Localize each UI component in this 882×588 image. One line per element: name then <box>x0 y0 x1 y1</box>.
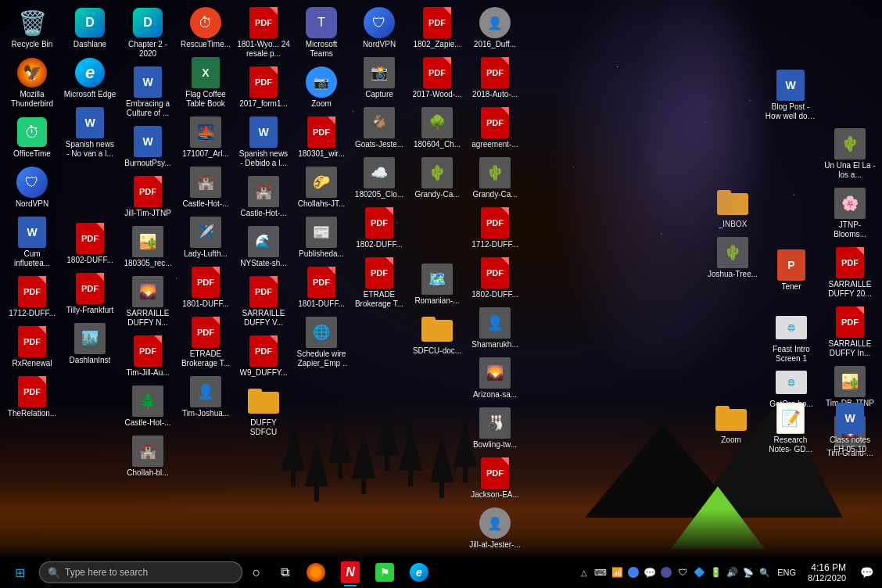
taskbar-search[interactable]: 🔍 Type here to search <box>39 561 242 583</box>
icon-agreement[interactable]: PDF agreement-... <box>467 104 523 152</box>
icon-tener[interactable]: P Tener <box>763 246 819 295</box>
icon-jtnp-blooms[interactable]: 🌸 JTNP-Blooms... <box>822 185 878 242</box>
tray-vpn1[interactable] <box>626 557 640 588</box>
icon-grandy-ca1[interactable]: 🌵 Grandy-Ca... <box>409 154 465 203</box>
icon-rescuetime[interactable]: ⏱ RescueTime... <box>177 4 234 52</box>
tray-volume[interactable]: 🔊 <box>725 557 739 588</box>
icon-1802-duff1[interactable]: PDF Tilly-Frankfurt <box>62 270 118 318</box>
icon-180205-clo[interactable]: ☁️ 180205_Clo... <box>351 154 407 203</box>
icon-tim-jill-au[interactable]: 🌲 Castle-Hot-... <box>120 382 176 431</box>
icon-microsoft-teams[interactable]: T Microsoft Teams <box>293 4 350 62</box>
icon-schedule-wire[interactable]: 🌐 Schedule wire Zapier_Emp - chase.com <box>293 314 350 371</box>
icon-romanian[interactable]: 🗺️ Romanian-... <box>409 260 465 309</box>
icon-microsoft-edge[interactable]: e Microsoft Edge <box>62 54 118 102</box>
icon-castle-hot2[interactable]: 🏰 Castle-Hot-... <box>177 163 234 212</box>
tray-skype[interactable]: 💬 <box>643 557 657 588</box>
icon-feast-intro[interactable]: 🌐 Feast Intro Screen 1 <box>763 309 819 367</box>
icon-officetime[interactable]: ⏱ OfficeTime <box>4 113 60 162</box>
icon-cum-influent[interactable]: W Cum influetea... <box>4 213 60 271</box>
icon-jill-at-jester[interactable]: 👤 Jill-at-Jester-... <box>467 504 523 553</box>
icon-bowling-tw[interactable]: 🎳 Bowling-tw... <box>467 404 523 453</box>
icon-mozilla-thunderbird[interactable]: 🦅 Mozilla Thunderbird <box>4 54 60 112</box>
notification-button[interactable]: 💬 <box>855 557 878 588</box>
taskbar-app-firefox[interactable] <box>299 557 333 588</box>
icon-sarraille-duffy-v[interactable]: PDF SARRAILLE DUFFY V... <box>235 273 292 331</box>
icon-2016-duff[interactable]: 👤 2016_Duff... <box>467 4 523 52</box>
icon-1801-duff4[interactable]: PDF 1801-DUFF... <box>293 264 350 312</box>
icon-180305-rec[interactable]: 🌄 SARRAILLE DUFFY N... <box>120 273 176 331</box>
icon-chapter2[interactable]: W Embracing a Culture of ... <box>120 63 176 121</box>
tray-search-icon[interactable]: 🔍 <box>758 557 772 588</box>
icon-180604-ch[interactable]: 🌳 180604_Ch... <box>409 104 465 152</box>
icon-dashlaneinst[interactable]: D Chapter 2 - 2020 <box>120 4 176 62</box>
icon-blog-post[interactable]: W Blog Post - How well does Dueling W... <box>762 66 819 124</box>
icon-spanish-news1[interactable]: W Spanish news - No van a l... <box>62 104 118 162</box>
icon-1712-duff[interactable]: PDF 1712-DUFF... <box>4 273 60 321</box>
taskbar-app-netflix[interactable]: N <box>333 557 368 588</box>
icon-1801-duff2[interactable]: PDF 1802-DUFF... <box>62 220 118 268</box>
icon-1802-duff2[interactable]: PDF 1802-DUFF... <box>351 204 407 253</box>
start-button[interactable]: ⊞ <box>0 557 39 588</box>
tray-language[interactable]: ENG <box>774 557 799 588</box>
tray-keyboard[interactable]: ⌨ <box>593 557 608 588</box>
icon-rxrenewal[interactable]: PDF RxRenewal <box>4 323 60 371</box>
icon-zoom2[interactable]: Zoom <box>703 400 759 457</box>
icon-etrade-brokerage2[interactable]: PDF ETRADE Brokerage T... <box>351 254 407 312</box>
icon-recycle-bin[interactable]: 🗑️ Recycle Bin <box>4 4 60 52</box>
icon-castle-hot3[interactable]: 🏰 Castle-Hot-... <box>235 173 292 221</box>
tray-battery[interactable]: 🔋 <box>708 557 722 588</box>
task-view-button[interactable]: ⧉ <box>271 557 299 588</box>
icon-2017-form1[interactable]: PDF 2017_form1... <box>235 63 292 112</box>
icon-therelation[interactable]: PDF TheRelation... <box>4 373 60 421</box>
icon-jill-tim-jtnp[interactable]: 🏜️ 180305_rec... <box>120 223 176 271</box>
icon-1801-duff3[interactable]: PDF 1801-DUFF... <box>177 264 234 312</box>
icon-tilly-frankfurt[interactable]: 🏙️ DashlanInst <box>62 320 118 368</box>
icon-zoom1[interactable]: 📷 Zoom <box>293 63 350 112</box>
icon-capture[interactable]: 📸 Capture <box>351 54 407 102</box>
icon-class-notes[interactable]: W Class notes FH-05-10 <box>822 400 878 457</box>
icon-arizona-sa[interactable]: 🌄 Arizona-sa... <box>467 354 523 403</box>
icon-sdfcu-doc[interactable]: SDFCU-doc... <box>409 310 465 359</box>
taskbar-app-flag[interactable]: ⚑ <box>368 557 402 588</box>
icon-shamarukh[interactable]: 👤 Shamarukh... <box>467 304 523 353</box>
icon-nordvpn2[interactable]: 🛡 NordVPN <box>351 4 407 52</box>
icon-nordvpn[interactable]: 🛡 NordVPN <box>4 163 60 212</box>
icon-research-notes[interactable]: 📝 Research Notes- GD... <box>762 400 819 457</box>
icon-spanish-news2[interactable]: W Spanish news - Debido a l... <box>235 113 292 171</box>
icon-nystate-sh[interactable]: 🌊 NYState-sh... <box>235 223 292 271</box>
icon-flag-coffee[interactable]: X Flag Coffee Table Book <box>177 54 234 112</box>
icon-publisheda[interactable]: 📰 Publisheda... <box>293 213 350 262</box>
icon-chollahs-jt[interactable]: 🌮 Chollahs-JT... <box>293 163 350 212</box>
tray-bluetooth[interactable]: 🔷 <box>692 557 706 588</box>
tray-wifi[interactable]: 📡 <box>741 557 755 588</box>
icon-castle-hot1[interactable]: 🏰 Chollah-bl... <box>120 432 176 481</box>
icon-180301-wir[interactable]: PDF 180301_wir... <box>293 113 350 162</box>
icon-2018-auto[interactable]: PDF 2018-Auto-... <box>467 54 523 102</box>
tray-vpn2[interactable] <box>659 557 673 588</box>
taskbar-app-edge[interactable]: e <box>402 557 436 588</box>
icon-grandy-ca2[interactable]: 🌵 Grandy-Ca... <box>467 154 523 203</box>
icon-embracing[interactable]: W BurnoutPsy... <box>120 123 176 171</box>
icon-etrade-brokerage1[interactable]: PDF ETRADE Brokerage T... <box>177 314 234 371</box>
icon-sarraille-20[interactable]: PDF SARRAILLE DUFFY 20... <box>822 244 878 302</box>
icon-burnoutpsy[interactable]: PDF Jill-Tim-JTNP <box>120 173 176 221</box>
icon-inbox[interactable]: _INBOX <box>705 184 761 232</box>
icon-tim-joshua[interactable]: 👤 Tim-Joshua... <box>177 373 234 421</box>
icon-jackson-ea[interactable]: PDF Jackson-EA... <box>467 454 523 503</box>
tray-clock[interactable]: 4:16 PM 8/12/2020 <box>801 557 852 588</box>
icon-goats-jeste[interactable]: 🐐 Goats-Jeste... <box>351 104 407 152</box>
icon-sarraille-in[interactable]: PDF SARRAILLE DUFFY In... <box>822 303 878 361</box>
icon-171007-arl[interactable]: 🌉 171007_Arl... <box>177 113 234 162</box>
tray-network[interactable]: 📶 <box>610 557 624 588</box>
icon-duffy-sdfcu[interactable]: DUFFY SDFCU <box>235 382 292 440</box>
icon-1802-duff3[interactable]: PDF 1802-DUFF... <box>467 254 523 303</box>
tray-security[interactable]: 🛡 <box>676 557 690 588</box>
icon-un-una-ella[interactable]: 🌵 Un Una El La - los a... <box>822 125 878 183</box>
icon-lady-lufth[interactable]: ✈️ Lady-Lufth... <box>177 213 234 262</box>
icon-sarraille-duffy-n[interactable]: PDF Tim-Jill-Au... <box>120 332 176 381</box>
icon-1801-wyo[interactable]: PDF 1801-Wyo... 24 resale p... <box>235 4 292 62</box>
icon-joshua-tree[interactable]: 🌵 Joshua-Tree... <box>705 234 761 282</box>
cortana-button[interactable]: ○ <box>242 557 271 588</box>
icon-1712-duff2[interactable]: PDF 1712-DUFF... <box>467 204 523 253</box>
icon-1802-zapit[interactable]: PDF 1802_Zapie... <box>409 4 465 52</box>
